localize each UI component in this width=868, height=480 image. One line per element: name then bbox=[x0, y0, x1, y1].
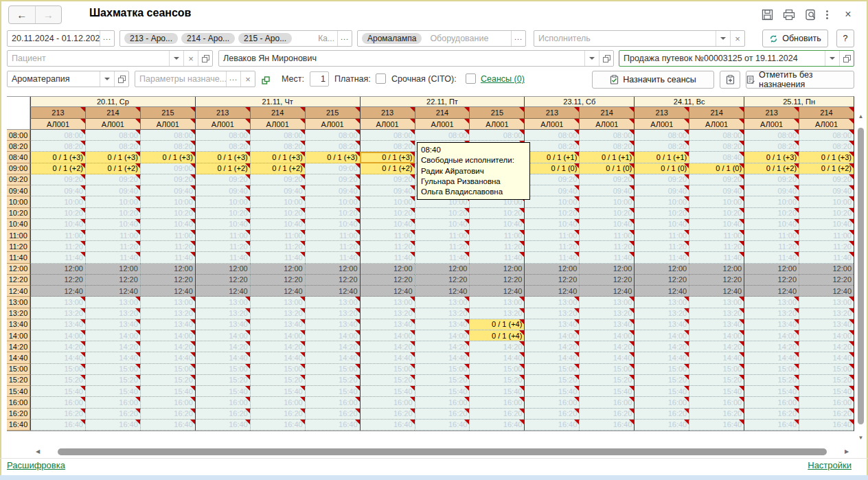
slot-cell[interactable]: 14:20 bbox=[360, 341, 415, 352]
slot-cell[interactable]: 12:40 bbox=[469, 286, 524, 297]
slot-cell[interactable]: 14:20 bbox=[744, 341, 799, 352]
slot-cell[interactable]: 14:00 bbox=[579, 330, 634, 341]
slot-cell[interactable]: 09:20 bbox=[30, 174, 85, 185]
slot-cell[interactable]: 08:20 bbox=[30, 141, 85, 152]
slot-cell[interactable]: 10:00 bbox=[744, 196, 799, 207]
slot-cell[interactable]: 11:40 bbox=[469, 252, 524, 263]
slot-cell[interactable]: 15:40 bbox=[689, 386, 744, 397]
slot-cell[interactable]: 11:00 bbox=[579, 230, 634, 241]
slot-cell[interactable]: 10:20 bbox=[524, 208, 579, 219]
slot-cell[interactable]: 12:00 bbox=[140, 264, 195, 275]
slot-cell[interactable]: 11:20 bbox=[524, 241, 579, 252]
slot-cell[interactable]: 09:40 bbox=[524, 185, 579, 196]
slot-cell[interactable]: 11:40 bbox=[524, 252, 579, 263]
slot-cell[interactable]: 13:40 bbox=[579, 319, 634, 330]
slot-cell[interactable]: 10:40 bbox=[799, 219, 854, 230]
slot-cell[interactable]: 13:00 bbox=[799, 297, 854, 308]
slot-cell[interactable]: 12:20 bbox=[360, 275, 415, 286]
equipment-chip[interactable]: Аромалампа bbox=[362, 33, 422, 44]
horizontal-scroll-thumb[interactable] bbox=[58, 448, 827, 455]
slot-cell[interactable]: 15:00 bbox=[524, 364, 579, 375]
slot-cell[interactable]: 16:40 bbox=[744, 420, 799, 431]
slot-cell[interactable]: 16:40 bbox=[140, 420, 195, 431]
slot-cell[interactable]: 10:00 bbox=[140, 196, 195, 207]
slot-cell[interactable]: 12:40 bbox=[744, 286, 799, 297]
slot-cell[interactable]: 11:00 bbox=[524, 230, 579, 241]
slot-cell[interactable]: 12:40 bbox=[579, 286, 634, 297]
slot-cell[interactable]: 14:40 bbox=[195, 352, 250, 363]
slot-cell[interactable]: 12:00 bbox=[30, 264, 85, 275]
slot-cell[interactable]: 14:20 bbox=[634, 341, 689, 352]
slot-cell[interactable]: 12:00 bbox=[634, 264, 689, 275]
slot-cell[interactable]: 08:00 bbox=[744, 130, 799, 141]
horizontal-scrollbar[interactable]: ◀ ▶ bbox=[30, 446, 854, 457]
slot-cell[interactable]: 11:40 bbox=[250, 252, 305, 263]
slot-cell[interactable]: 14:00 bbox=[689, 330, 744, 341]
slot-cell[interactable]: 08:20 bbox=[195, 141, 250, 152]
cabinet-chip[interactable]: 215 - Аро... bbox=[238, 33, 292, 44]
slot-cell[interactable]: 14:20 bbox=[579, 341, 634, 352]
slot-cell[interactable]: 10:20 bbox=[469, 208, 524, 219]
slot-cell[interactable]: 15:20 bbox=[799, 375, 854, 386]
slot-cell-free[interactable]: 0 / 1 (+3) bbox=[30, 152, 85, 163]
slot-cell[interactable]: 14:20 bbox=[195, 341, 250, 352]
slot-cell[interactable]: 12:20 bbox=[469, 275, 524, 286]
slot-cell[interactable]: 12:40 bbox=[250, 286, 305, 297]
patient-dropdown-button[interactable] bbox=[169, 51, 183, 66]
slot-cell[interactable]: 13:40 bbox=[634, 319, 689, 330]
slot-cell[interactable]: 13:00 bbox=[469, 297, 524, 308]
slot-cell[interactable]: 14:20 bbox=[250, 341, 305, 352]
slot-cell[interactable]: 13:40 bbox=[250, 319, 305, 330]
slot-cell[interactable]: 13:40 bbox=[85, 319, 140, 330]
slot-cell[interactable]: 16:40 bbox=[360, 420, 415, 431]
equipment-field[interactable]: Аромалампа Оборудование ... bbox=[357, 30, 526, 47]
slot-cell[interactable]: 10:20 bbox=[579, 208, 634, 219]
slot-cell-free[interactable]: 0 / 1 (+2) bbox=[799, 163, 854, 174]
slot-cell-free[interactable]: 0 / 1 (+2) bbox=[85, 163, 140, 174]
slot-cell[interactable]: 16:00 bbox=[634, 397, 689, 408]
cabinets-field[interactable]: 213 - Аро...214 - Аро...215 - Аро... Ка.… bbox=[119, 30, 352, 47]
slot-cell[interactable]: 10:20 bbox=[250, 208, 305, 219]
slot-cell[interactable]: 11:40 bbox=[85, 252, 140, 263]
slot-cell[interactable]: 16:20 bbox=[799, 409, 854, 420]
slot-cell[interactable]: 12:20 bbox=[250, 275, 305, 286]
settings-link[interactable]: Настройки bbox=[808, 460, 852, 470]
slot-cell[interactable]: 14:40 bbox=[85, 352, 140, 363]
slot-cell[interactable]: 09:40 bbox=[360, 185, 415, 196]
slot-cell[interactable]: 15:00 bbox=[634, 364, 689, 375]
slot-cell[interactable]: 15:00 bbox=[744, 364, 799, 375]
slot-cell[interactable]: 10:40 bbox=[360, 219, 415, 230]
slot-cell[interactable]: 13:20 bbox=[250, 308, 305, 319]
slot-cell[interactable]: 12:00 bbox=[689, 264, 744, 275]
slot-cell[interactable]: 14:00 bbox=[415, 330, 470, 341]
slot-cell[interactable]: 08:00 bbox=[140, 130, 195, 141]
slot-cell[interactable]: 14:20 bbox=[85, 341, 140, 352]
slot-cell[interactable]: 08:20 bbox=[140, 141, 195, 152]
slot-cell[interactable]: 14:40 bbox=[744, 352, 799, 363]
slot-cell[interactable]: 08:00 bbox=[195, 130, 250, 141]
slot-cell[interactable]: 15:00 bbox=[305, 364, 360, 375]
slot-cell-free[interactable]: 0 / 1 (+1) bbox=[579, 152, 634, 163]
slot-cell[interactable]: 10:00 bbox=[250, 196, 305, 207]
slot-cell[interactable]: 16:00 bbox=[799, 397, 854, 408]
help-button[interactable]: ? bbox=[836, 30, 854, 47]
slot-cell[interactable]: 12:40 bbox=[195, 286, 250, 297]
slot-cell[interactable]: 11:40 bbox=[195, 252, 250, 263]
slot-cell[interactable]: 08:00 bbox=[415, 130, 470, 141]
slot-cell-free[interactable]: 0 / 1 (0) bbox=[689, 163, 744, 174]
slot-cell[interactable]: 16:00 bbox=[195, 397, 250, 408]
slot-cell[interactable]: 10:20 bbox=[634, 208, 689, 219]
slot-cell[interactable]: 14:00 bbox=[195, 330, 250, 341]
slot-cell[interactable]: 09:40 bbox=[305, 185, 360, 196]
slot-cell[interactable]: 11:20 bbox=[85, 241, 140, 252]
slot-cell[interactable]: 08:20 bbox=[799, 141, 854, 152]
slot-cell[interactable]: 09:20 bbox=[195, 174, 250, 185]
slot-cell[interactable]: 15:20 bbox=[469, 375, 524, 386]
slot-cell[interactable]: 12:20 bbox=[195, 275, 250, 286]
slot-cell[interactable]: 13:40 bbox=[415, 319, 470, 330]
slot-cell[interactable]: 12:00 bbox=[195, 264, 250, 275]
slot-cell[interactable]: 11:40 bbox=[744, 252, 799, 263]
slot-cell[interactable]: 08:20 bbox=[579, 141, 634, 152]
close-button[interactable]: × bbox=[841, 8, 856, 21]
slot-cell[interactable]: 11:00 bbox=[799, 230, 854, 241]
